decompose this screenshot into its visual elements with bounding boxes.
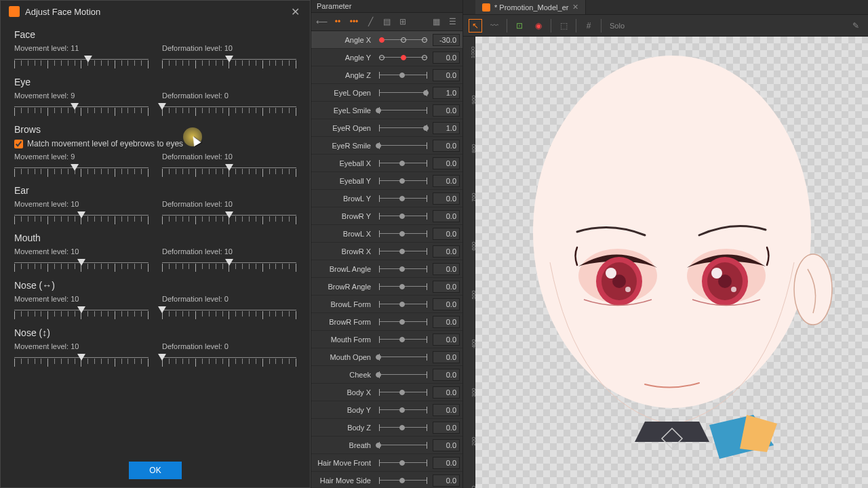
param-slider[interactable]	[376, 424, 430, 432]
param-row[interactable]: BrowL Y0.0	[311, 190, 462, 207]
record-tool-icon[interactable]: ◉	[532, 19, 545, 33]
ok-button[interactable]: OK	[129, 462, 181, 479]
param-value[interactable]: 1.0	[433, 122, 460, 134]
param-value[interactable]: 0.0	[433, 210, 460, 222]
canvas-tab[interactable]: * Promotion_Model_er ✕	[475, 0, 586, 14]
param-value[interactable]: 0.0	[433, 351, 460, 363]
deformation-slider[interactable]	[162, 258, 296, 272]
param-slider[interactable]	[376, 265, 430, 273]
param-row[interactable]: BrowR Y0.0	[311, 207, 462, 225]
param-row[interactable]: Angle Z0.0	[311, 66, 462, 84]
param-slider[interactable]	[376, 459, 430, 467]
checkbox-input[interactable]	[14, 140, 23, 148]
param-row[interactable]: Cheek0.0	[311, 366, 462, 384]
param-row[interactable]: Hair Move Side0.0	[311, 472, 462, 488]
param-row[interactable]: Eyeball Y0.0	[311, 172, 462, 190]
movement-slider[interactable]	[14, 163, 149, 177]
param-row[interactable]: Mouth Form0.0	[311, 331, 462, 348]
param-row[interactable]: BrowR X0.0	[311, 243, 462, 260]
eyedropper-icon[interactable]: ✎	[849, 19, 863, 33]
param-row[interactable]: BrowL Form0.0	[311, 296, 462, 313]
param-slider[interactable]	[376, 371, 430, 379]
param-slider[interactable]	[376, 106, 430, 115]
param-slider[interactable]	[376, 476, 430, 485]
param-value[interactable]: 0.0	[433, 404, 460, 416]
param-slider[interactable]	[376, 89, 430, 97]
tab-close-icon[interactable]: ✕	[572, 3, 578, 12]
movement-slider[interactable]	[14, 211, 149, 224]
param-value[interactable]: 0.0	[433, 52, 460, 64]
param-value[interactable]: 0.0	[433, 263, 460, 275]
param-value[interactable]: 0.0	[433, 386, 460, 399]
param-value[interactable]: 1.0	[433, 87, 460, 99]
param-value[interactable]: 0.0	[433, 175, 460, 187]
param-value[interactable]: 0.0	[433, 439, 460, 451]
canvas-viewport[interactable]	[475, 37, 868, 488]
movement-slider[interactable]	[14, 306, 149, 319]
snap-tool-icon[interactable]: ⊡	[513, 19, 526, 33]
deformation-slider[interactable]	[162, 102, 296, 116]
param-row[interactable]: EyeL Smile0.0	[311, 102, 462, 119]
param-value[interactable]: 0.0	[433, 281, 460, 293]
param-slider[interactable]	[376, 336, 430, 344]
param-row[interactable]: Body Z0.0	[311, 419, 462, 436]
tool-keyframe2-icon[interactable]: ••	[332, 16, 344, 28]
param-row[interactable]: Angle Y0.0	[311, 49, 462, 66]
deformation-slider[interactable]	[162, 211, 296, 224]
deformation-slider[interactable]	[162, 163, 296, 177]
param-slider[interactable]	[376, 212, 430, 220]
param-row[interactable]: EyeR Open1.0	[311, 119, 462, 137]
bounds-tool-icon[interactable]: ⬚	[557, 19, 570, 33]
param-value[interactable]: 0.0	[433, 316, 460, 328]
param-value[interactable]: 0.0	[433, 245, 460, 258]
param-value[interactable]: 0.0	[433, 192, 460, 205]
param-value[interactable]: 0.0	[433, 228, 460, 240]
param-value[interactable]: 0.0	[433, 157, 460, 169]
param-value[interactable]: 0.0	[433, 474, 460, 487]
param-row[interactable]: Body Y0.0	[311, 401, 462, 419]
param-slider[interactable]	[376, 177, 430, 185]
match-eyebrows-checkbox[interactable]: Match movement level of eyebrows to eyes	[14, 139, 296, 148]
param-row[interactable]: Mouth Open0.0	[311, 348, 462, 366]
param-slider[interactable]	[376, 441, 430, 449]
param-slider[interactable]	[376, 159, 430, 167]
param-slider[interactable]	[376, 388, 430, 396]
param-slider[interactable]	[376, 142, 430, 150]
movement-slider[interactable]	[14, 55, 149, 68]
movement-slider[interactable]	[14, 102, 149, 116]
tool-slash-icon[interactable]: ╱	[364, 16, 376, 28]
param-value[interactable]: 0.0	[433, 69, 460, 81]
param-slider[interactable]	[376, 247, 430, 256]
tool-keyframe3-icon[interactable]: •••	[348, 16, 360, 28]
tool-nav-icon[interactable]: ⟵	[315, 16, 328, 28]
param-slider[interactable]	[376, 406, 430, 414]
param-value[interactable]: 0.0	[433, 298, 460, 310]
deformation-slider[interactable]	[162, 55, 296, 68]
param-value[interactable]: 0.0	[433, 104, 460, 117]
param-row[interactable]: BrowL X0.0	[311, 225, 462, 243]
param-slider[interactable]	[376, 195, 430, 203]
grid-toggle-icon[interactable]: #	[582, 19, 595, 33]
param-row[interactable]: EyeL Open1.0	[311, 84, 462, 102]
movement-slider[interactable]	[14, 353, 149, 367]
tool-folder-icon[interactable]: ▦	[430, 16, 442, 28]
param-row[interactable]: Angle X-30.0	[311, 31, 462, 49]
param-slider[interactable]	[376, 36, 430, 44]
param-row[interactable]: BrowR Form0.0	[311, 313, 462, 331]
param-slider[interactable]	[376, 54, 430, 62]
param-slider[interactable]	[376, 300, 430, 308]
param-slider[interactable]	[376, 124, 430, 132]
param-row[interactable]: Eyeball X0.0	[311, 155, 462, 172]
param-value[interactable]: 0.0	[433, 457, 460, 469]
param-row[interactable]: EyeR Smile0.0	[311, 137, 462, 155]
dialog-titlebar[interactable]: Adjust Face Motion ✕	[1, 1, 310, 22]
param-value[interactable]: 0.0	[433, 333, 460, 346]
tool-menu-icon[interactable]: ☰	[446, 16, 458, 28]
canvas-area[interactable]: 1000900800700600500400300200100	[463, 37, 868, 488]
movement-slider[interactable]	[14, 258, 149, 272]
path-tool-icon[interactable]: 〰	[488, 19, 501, 33]
deformation-slider[interactable]	[162, 306, 296, 319]
param-value[interactable]: 0.0	[433, 422, 460, 434]
param-value[interactable]: 0.0	[433, 140, 460, 152]
solo-label[interactable]: Solo	[610, 22, 625, 30]
